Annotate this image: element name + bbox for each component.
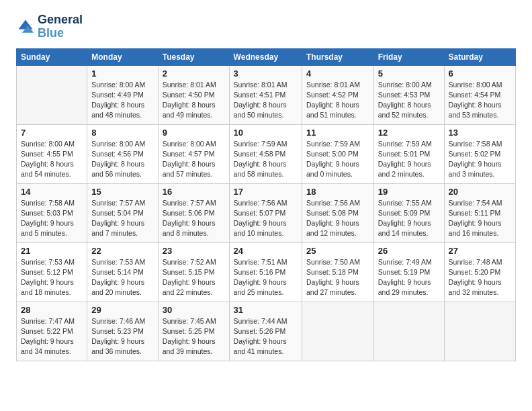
day-number: 7: [21, 128, 83, 138]
day-number: 30: [163, 305, 225, 315]
calendar-day-cell: 17Sunrise: 7:56 AMSunset: 5:07 PMDayligh…: [229, 183, 302, 242]
calendar-day-cell: 31Sunrise: 7:44 AMSunset: 5:26 PMDayligh…: [229, 302, 302, 361]
day-info: Sunrise: 7:58 AMSunset: 5:02 PMDaylight:…: [449, 139, 511, 180]
calendar-day-cell: [444, 302, 515, 361]
calendar-week-row: 7Sunrise: 8:00 AMSunset: 4:55 PMDaylight…: [17, 124, 516, 183]
calendar-day-cell: 6Sunrise: 8:00 AMSunset: 4:54 PMDaylight…: [444, 65, 515, 124]
day-info: Sunrise: 8:00 AMSunset: 4:53 PMDaylight:…: [378, 80, 440, 121]
calendar-day-cell: 29Sunrise: 7:46 AMSunset: 5:23 PMDayligh…: [87, 302, 159, 361]
calendar-day-cell: 14Sunrise: 7:58 AMSunset: 5:03 PMDayligh…: [17, 183, 87, 242]
calendar-day-cell: [302, 302, 374, 361]
calendar-day-cell: 22Sunrise: 7:53 AMSunset: 5:14 PMDayligh…: [87, 242, 159, 302]
calendar-day-cell: 9Sunrise: 8:00 AMSunset: 4:57 PMDaylight…: [158, 124, 229, 183]
calendar-day-cell: 16Sunrise: 7:57 AMSunset: 5:06 PMDayligh…: [158, 183, 229, 242]
day-info: Sunrise: 7:53 AMSunset: 5:14 PMDaylight:…: [91, 257, 154, 298]
day-number: 21: [21, 246, 83, 256]
day-info: Sunrise: 7:59 AMSunset: 4:58 PMDaylight:…: [234, 139, 298, 180]
day-info: Sunrise: 8:01 AMSunset: 4:50 PMDaylight:…: [163, 80, 225, 121]
day-number: 26: [378, 246, 440, 256]
calendar-week-row: 21Sunrise: 7:53 AMSunset: 5:12 PMDayligh…: [17, 242, 516, 302]
day-info: Sunrise: 7:47 AMSunset: 5:22 PMDaylight:…: [21, 316, 83, 357]
day-number: 22: [91, 246, 154, 256]
day-info: Sunrise: 8:01 AMSunset: 4:51 PMDaylight:…: [234, 80, 298, 121]
calendar-day-cell: 25Sunrise: 7:50 AMSunset: 5:18 PMDayligh…: [302, 242, 374, 302]
day-number: 11: [306, 128, 369, 138]
calendar-day-cell: 13Sunrise: 7:58 AMSunset: 5:02 PMDayligh…: [444, 124, 515, 183]
day-number: 25: [306, 246, 369, 256]
day-info: Sunrise: 7:59 AMSunset: 5:01 PMDaylight:…: [378, 139, 440, 180]
day-info: Sunrise: 8:00 AMSunset: 4:56 PMDaylight:…: [91, 139, 154, 180]
calendar-day-cell: 28Sunrise: 7:47 AMSunset: 5:22 PMDayligh…: [17, 302, 87, 361]
calendar-day-cell: 11Sunrise: 7:59 AMSunset: 5:00 PMDayligh…: [302, 124, 374, 183]
day-number: 8: [91, 128, 154, 138]
day-number: 23: [163, 246, 225, 256]
day-number: 10: [234, 128, 298, 138]
day-info: Sunrise: 7:56 AMSunset: 5:07 PMDaylight:…: [234, 198, 298, 239]
day-info: Sunrise: 7:49 AMSunset: 5:19 PMDaylight:…: [378, 257, 440, 298]
calendar-day-cell: 26Sunrise: 7:49 AMSunset: 5:19 PMDayligh…: [373, 242, 444, 302]
calendar-day-cell: 10Sunrise: 7:59 AMSunset: 4:58 PMDayligh…: [229, 124, 302, 183]
day-number: 13: [449, 128, 511, 138]
calendar-day-cell: 18Sunrise: 7:56 AMSunset: 5:08 PMDayligh…: [302, 183, 374, 242]
day-number: 29: [91, 305, 154, 315]
calendar-day-cell: 19Sunrise: 7:55 AMSunset: 5:09 PMDayligh…: [373, 183, 444, 242]
day-info: Sunrise: 8:00 AMSunset: 4:54 PMDaylight:…: [449, 80, 511, 121]
calendar-day-cell: 23Sunrise: 7:52 AMSunset: 5:15 PMDayligh…: [158, 242, 229, 302]
day-info: Sunrise: 7:50 AMSunset: 5:18 PMDaylight:…: [306, 257, 369, 298]
calendar-week-row: 1Sunrise: 8:00 AMSunset: 4:49 PMDaylight…: [17, 65, 516, 124]
day-number: 3: [234, 68, 298, 79]
calendar-day-cell: [373, 302, 444, 361]
day-number: 19: [378, 187, 440, 197]
day-info: Sunrise: 7:51 AMSunset: 5:16 PMDaylight:…: [234, 257, 298, 298]
calendar-day-cell: 3Sunrise: 8:01 AMSunset: 4:51 PMDaylight…: [229, 65, 302, 124]
calendar-day-cell: 1Sunrise: 8:00 AMSunset: 4:49 PMDaylight…: [87, 65, 159, 124]
day-info: Sunrise: 8:00 AMSunset: 4:55 PMDaylight:…: [21, 139, 83, 180]
day-number: 9: [163, 128, 225, 138]
day-info: Sunrise: 7:56 AMSunset: 5:08 PMDaylight:…: [306, 198, 369, 239]
day-number: 1: [91, 68, 154, 79]
day-info: Sunrise: 7:46 AMSunset: 5:23 PMDaylight:…: [91, 316, 154, 357]
day-number: 28: [21, 305, 83, 315]
day-number: 5: [378, 68, 440, 79]
calendar-day-cell: 8Sunrise: 8:00 AMSunset: 4:56 PMDaylight…: [87, 124, 159, 183]
weekday-header: Wednesday: [229, 48, 302, 65]
page-header: General Blue: [16, 13, 516, 40]
day-number: 4: [306, 68, 369, 79]
calendar-day-cell: 15Sunrise: 7:57 AMSunset: 5:04 PMDayligh…: [87, 183, 159, 242]
day-number: 2: [163, 68, 225, 79]
calendar-day-cell: 30Sunrise: 7:45 AMSunset: 5:25 PMDayligh…: [158, 302, 229, 361]
day-number: 14: [21, 187, 83, 197]
weekday-header: Friday: [373, 48, 444, 65]
day-info: Sunrise: 7:57 AMSunset: 5:04 PMDaylight:…: [91, 198, 154, 239]
day-number: 27: [449, 246, 511, 256]
day-info: Sunrise: 7:58 AMSunset: 5:03 PMDaylight:…: [21, 198, 83, 239]
logo-icon: [16, 17, 35, 36]
calendar-day-cell: 4Sunrise: 8:01 AMSunset: 4:52 PMDaylight…: [302, 65, 374, 124]
day-info: Sunrise: 7:45 AMSunset: 5:25 PMDaylight:…: [163, 316, 225, 357]
day-info: Sunrise: 8:00 AMSunset: 4:49 PMDaylight:…: [91, 80, 154, 121]
day-info: Sunrise: 8:00 AMSunset: 4:57 PMDaylight:…: [163, 139, 225, 180]
day-info: Sunrise: 7:48 AMSunset: 5:20 PMDaylight:…: [449, 257, 511, 298]
day-info: Sunrise: 7:57 AMSunset: 5:06 PMDaylight:…: [163, 198, 225, 239]
svg-marker-0: [19, 19, 33, 29]
weekday-header: Sunday: [17, 48, 87, 65]
weekday-header: Saturday: [444, 48, 515, 65]
day-info: Sunrise: 7:59 AMSunset: 5:00 PMDaylight:…: [306, 139, 369, 180]
weekday-header: Tuesday: [158, 48, 229, 65]
day-info: Sunrise: 7:44 AMSunset: 5:26 PMDaylight:…: [234, 316, 298, 357]
calendar-day-cell: 7Sunrise: 8:00 AMSunset: 4:55 PMDaylight…: [17, 124, 87, 183]
logo-text: General Blue: [38, 13, 83, 40]
weekday-header: Thursday: [302, 48, 374, 65]
day-number: 12: [378, 128, 440, 138]
day-number: 6: [449, 68, 511, 79]
calendar-day-cell: 24Sunrise: 7:51 AMSunset: 5:16 PMDayligh…: [229, 242, 302, 302]
day-number: 15: [91, 187, 154, 197]
calendar-day-cell: [17, 65, 87, 124]
calendar-week-row: 28Sunrise: 7:47 AMSunset: 5:22 PMDayligh…: [17, 302, 516, 361]
day-number: 31: [234, 305, 298, 315]
day-info: Sunrise: 7:53 AMSunset: 5:12 PMDaylight:…: [21, 257, 83, 298]
day-number: 24: [234, 246, 298, 256]
calendar-day-cell: 5Sunrise: 8:00 AMSunset: 4:53 PMDaylight…: [373, 65, 444, 124]
calendar-week-row: 14Sunrise: 7:58 AMSunset: 5:03 PMDayligh…: [17, 183, 516, 242]
calendar-header-row: SundayMondayTuesdayWednesdayThursdayFrid…: [17, 48, 516, 65]
